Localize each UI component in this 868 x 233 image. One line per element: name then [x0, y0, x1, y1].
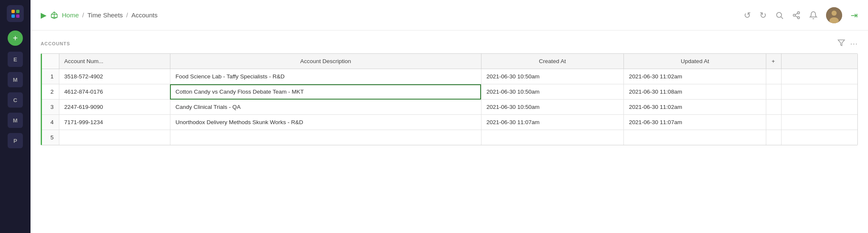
table-row[interactable]: 5	[42, 130, 857, 145]
logo-dot-4	[16, 14, 19, 18]
header-actions: ↺ ↻	[744, 7, 858, 23]
cell-account-desc[interactable]: Cotton Candy vs Candy Floss Debate Team …	[170, 84, 481, 100]
col-header-empty	[782, 54, 857, 69]
share-button[interactable]	[792, 11, 801, 19]
svg-point-0	[776, 12, 782, 17]
cell-row-num: 4	[42, 115, 59, 130]
cell-empty	[782, 69, 857, 84]
svg-line-5	[795, 16, 798, 17]
logo-dot-2	[16, 10, 19, 13]
cell-created-at: 2021-06-30 10:50am	[481, 84, 623, 100]
svg-point-8	[832, 11, 837, 16]
svg-line-6	[795, 13, 798, 14]
section-actions: ···	[837, 39, 858, 48]
cell-account-num[interactable]: 3518-572-4902	[59, 69, 170, 84]
logo-dot-1	[11, 10, 15, 13]
breadcrumb-timesheets[interactable]: Time Sheets	[87, 11, 123, 19]
table-wrapper: Account Num... Account Description Creat…	[41, 53, 858, 145]
nav-arrow-icon[interactable]: ▶	[41, 11, 47, 20]
table-row[interactable]: 32247-619-9090Candy Clinical Trials - QA…	[42, 100, 857, 115]
cell-plus	[766, 69, 782, 84]
cell-created-at: 2021-06-30 10:50am	[481, 100, 623, 115]
sidebar-item-c[interactable]: C	[8, 92, 23, 108]
svg-point-2	[798, 11, 800, 14]
svg-point-4	[798, 17, 800, 19]
breadcrumb-home[interactable]: Home	[62, 11, 79, 19]
cell-empty	[782, 115, 857, 130]
filter-icon[interactable]	[837, 39, 845, 48]
app-logo	[7, 5, 24, 22]
user-avatar[interactable]	[826, 7, 842, 23]
col-header-account-num[interactable]: Account Num...	[59, 54, 170, 69]
cell-updated-at: 2021-06-30 11:07am	[624, 115, 766, 130]
sidebar-item-e[interactable]: E	[8, 52, 23, 67]
cell-empty	[782, 100, 857, 115]
main-area: ▶ Home / Time Sheets / Accounts ↺ ↻	[31, 0, 868, 233]
cell-updated-at: 2021-06-30 11:02am	[624, 69, 766, 84]
cell-plus	[766, 100, 782, 115]
col-header-created-at[interactable]: Created At	[481, 54, 623, 69]
cell-account-desc[interactable]: Candy Clinical Trials - QA	[170, 100, 481, 115]
timesheets-icon	[50, 11, 58, 19]
table-row[interactable]: 47171-999-1234Unorthodox Delivery Method…	[42, 115, 857, 130]
cell-updated-at: 2021-06-30 11:02am	[624, 100, 766, 115]
cell-plus	[766, 130, 782, 145]
col-header-add[interactable]: +	[766, 54, 782, 69]
breadcrumb-accounts[interactable]: Accounts	[131, 11, 158, 19]
cell-account-num[interactable]: 4612-874-0176	[59, 84, 170, 100]
cell-row-num: 3	[42, 100, 59, 115]
col-header-updated-at[interactable]: Updated At	[624, 54, 766, 69]
redo-button[interactable]: ↻	[760, 10, 767, 20]
breadcrumb-sep-1: /	[82, 11, 84, 19]
cell-updated-at	[624, 130, 766, 145]
cell-row-num: 1	[42, 69, 59, 84]
cell-plus	[766, 84, 782, 100]
cell-row-num: 2	[42, 84, 59, 100]
sidebar-item-p[interactable]: P	[8, 133, 23, 148]
accounts-table: Account Num... Account Description Creat…	[42, 54, 857, 145]
logo-dots	[11, 10, 19, 18]
cell-updated-at: 2021-06-30 11:08am	[624, 84, 766, 100]
svg-marker-10	[838, 40, 844, 46]
section-header: ACCOUNTS ···	[41, 39, 858, 48]
table-row[interactable]: 24612-874-0176Cotton Candy vs Candy Flos…	[42, 84, 857, 100]
cell-plus	[766, 115, 782, 130]
col-header-account-desc[interactable]: Account Description	[170, 54, 481, 69]
cell-account-num[interactable]: 7171-999-1234	[59, 115, 170, 130]
collapse-button[interactable]: ⇥	[851, 10, 858, 20]
add-button[interactable]: +	[8, 31, 23, 46]
table-header-row: Account Num... Account Description Creat…	[42, 54, 857, 69]
cell-account-desc[interactable]	[170, 130, 481, 145]
more-options-icon[interactable]: ···	[850, 39, 858, 48]
app-sidebar: + E M C M P	[0, 0, 31, 233]
table-row[interactable]: 13518-572-4902Food Science Lab - Taffy S…	[42, 69, 857, 84]
cell-created-at: 2021-06-30 11:07am	[481, 115, 623, 130]
search-button[interactable]	[775, 11, 784, 19]
section-title: ACCOUNTS	[41, 41, 70, 46]
cell-account-desc[interactable]: Unorthodox Delivery Methods Skunk Works …	[170, 115, 481, 130]
svg-line-1	[781, 17, 783, 19]
cell-created-at: 2021-06-30 10:50am	[481, 69, 623, 84]
cell-empty	[782, 130, 857, 145]
header-bar: ▶ Home / Time Sheets / Accounts ↺ ↻	[31, 0, 868, 31]
breadcrumb: ▶ Home / Time Sheets / Accounts	[41, 11, 158, 20]
sidebar-item-m1[interactable]: M	[8, 72, 23, 87]
logo-dot-3	[11, 14, 15, 18]
col-header-rownum	[42, 54, 59, 69]
cell-created-at	[481, 130, 623, 145]
cell-account-num[interactable]: 2247-619-9090	[59, 100, 170, 115]
undo-button[interactable]: ↺	[744, 10, 751, 20]
cell-empty	[782, 84, 857, 100]
cell-account-num[interactable]	[59, 130, 170, 145]
breadcrumb-sep-2: /	[126, 11, 128, 19]
cell-account-desc[interactable]: Food Science Lab - Taffy Specialists - R…	[170, 69, 481, 84]
bell-button[interactable]	[809, 11, 818, 19]
sidebar-item-m2[interactable]: M	[8, 113, 23, 128]
svg-point-3	[793, 14, 796, 16]
content-area: ACCOUNTS ··· Account Num... Account Desc…	[31, 31, 868, 233]
cell-row-num: 5	[42, 130, 59, 145]
